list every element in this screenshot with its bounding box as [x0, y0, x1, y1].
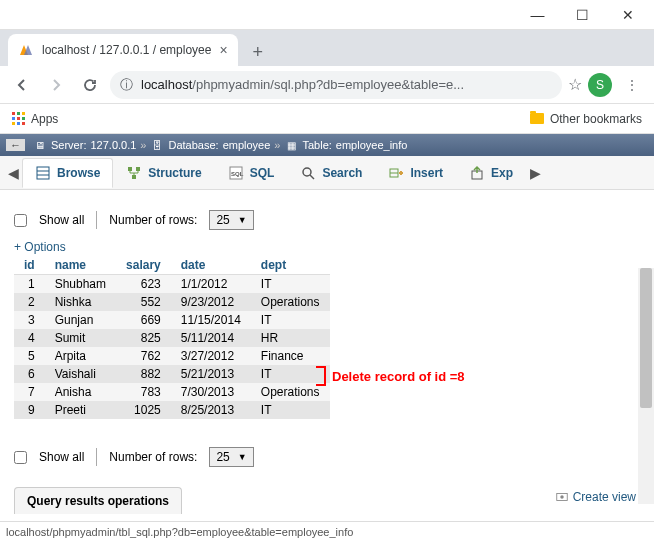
show-all-label: Show all	[39, 213, 84, 227]
insert-icon	[388, 165, 404, 181]
col-name[interactable]: name	[45, 256, 116, 275]
controls-bottom: Show all Number of rows: 25 ▼	[14, 447, 640, 467]
breadcrumb: ← 🖥 Server: 127.0.0.1 » 🗄 Database: empl…	[0, 134, 654, 156]
scrollbar-thumb[interactable]	[640, 268, 652, 408]
tab-title: localhost / 127.0.0.1 / employee	[42, 43, 211, 57]
table-row[interactable]: 6Vaishali8825/21/2013IT	[14, 365, 330, 383]
status-url: localhost/phpmyadmin/tbl_sql.php?db=empl…	[6, 526, 353, 538]
other-bookmarks[interactable]: Other bookmarks	[530, 112, 642, 126]
nav-tabs: ◀ Browse Structure SQL SQL Search Insert…	[0, 156, 654, 190]
page-body: Show all Number of rows: 25 ▼ + Options …	[0, 190, 654, 524]
num-rows-select-bottom[interactable]: 25 ▼	[209, 447, 253, 467]
table-row[interactable]: 5Arpita7623/27/2012Finance	[14, 347, 330, 365]
browser-tab-strip: localhost / 127.0.0.1 / employee × +	[0, 30, 654, 66]
delete-annotation: Delete record of id =8	[316, 366, 465, 386]
tab-scroll-right[interactable]: ▶	[526, 165, 544, 181]
svg-rect-5	[132, 175, 136, 179]
table-row[interactable]: 2Nishka5529/23/2012Operations	[14, 293, 330, 311]
tab-scroll-left[interactable]: ◀	[4, 165, 22, 181]
bracket-icon	[316, 366, 326, 386]
profile-avatar[interactable]: S	[588, 73, 612, 97]
browse-icon	[35, 165, 51, 181]
create-view-link[interactable]: Create view	[555, 490, 636, 504]
col-date[interactable]: date	[171, 256, 251, 275]
sql-icon: SQL	[228, 165, 244, 181]
close-window-button[interactable]: ✕	[605, 1, 650, 29]
table-icon: ▦	[284, 138, 298, 152]
minimize-button[interactable]: —	[515, 1, 560, 29]
table-row[interactable]: 9Preeti10258/25/2013IT	[14, 401, 330, 419]
tab-close-icon[interactable]: ×	[219, 42, 227, 58]
info-icon: ⓘ	[120, 76, 133, 94]
apps-icon	[12, 112, 25, 125]
query-results-operations: Query results operations	[14, 487, 640, 514]
tab-sql[interactable]: SQL SQL	[215, 158, 288, 188]
options-toggle[interactable]: + Options	[14, 240, 640, 254]
url-text: localhost/phpmyadmin/sql.php?db=employee…	[141, 77, 464, 92]
col-dept[interactable]: dept	[251, 256, 330, 275]
server-icon: 🖥	[33, 138, 47, 152]
num-rows-select[interactable]: 25 ▼	[209, 210, 253, 230]
vertical-scrollbar[interactable]	[638, 268, 654, 504]
breadcrumb-database[interactable]: employee	[223, 139, 271, 151]
apps-shortcut[interactable]: Apps	[12, 112, 58, 126]
chevron-down-icon: ▼	[238, 215, 247, 225]
chevron-down-icon: ▼	[238, 452, 247, 462]
page-content: ← 🖥 Server: 127.0.0.1 » 🗄 Database: empl…	[0, 134, 654, 524]
col-salary[interactable]: salary	[116, 256, 171, 275]
folder-icon	[530, 113, 544, 124]
breadcrumb-table[interactable]: employee_info	[336, 139, 408, 151]
svg-rect-4	[136, 167, 140, 171]
export-icon	[469, 165, 485, 181]
tab-search[interactable]: Search	[287, 158, 375, 188]
browser-toolbar: ⓘ localhost/phpmyadmin/sql.php?db=employ…	[0, 66, 654, 104]
svg-text:SQL: SQL	[231, 171, 244, 177]
tab-browse[interactable]: Browse	[22, 158, 113, 188]
window-title-bar: — ☐ ✕	[0, 0, 654, 30]
table-row[interactable]: 1Shubham6231/1/2012IT	[14, 275, 330, 294]
back-button[interactable]	[8, 71, 36, 99]
table-row[interactable]: 4Sumit8255/11/2014HR	[14, 329, 330, 347]
star-icon[interactable]: ☆	[568, 75, 582, 94]
phpmyadmin-favicon-icon	[18, 42, 34, 58]
query-ops-header: Query results operations	[14, 487, 182, 514]
reload-button[interactable]	[76, 71, 104, 99]
search-icon	[300, 165, 316, 181]
breadcrumb-server[interactable]: 127.0.0.1	[90, 139, 136, 151]
svg-line-9	[310, 175, 314, 179]
table-row[interactable]: 3Gunjan66911/15/2014IT	[14, 311, 330, 329]
show-all-checkbox[interactable]	[14, 214, 27, 227]
address-bar[interactable]: ⓘ localhost/phpmyadmin/sql.php?db=employ…	[110, 71, 562, 99]
tab-structure[interactable]: Structure	[113, 158, 214, 188]
svg-rect-0	[37, 167, 49, 179]
database-icon: 🗄	[150, 138, 164, 152]
controls-top: Show all Number of rows: 25 ▼	[14, 210, 640, 230]
status-bar: localhost/phpmyadmin/tbl_sql.php?db=empl…	[0, 521, 654, 541]
table-row[interactable]: 7Anisha7837/30/2013Operations	[14, 383, 330, 401]
tab-export[interactable]: Exp	[456, 158, 526, 188]
svg-point-14	[560, 495, 564, 499]
results-table: id name salary date dept 1Shubham6231/1/…	[14, 256, 330, 419]
menu-button[interactable]: ⋮	[618, 71, 646, 99]
show-all-checkbox-bottom[interactable]	[14, 451, 27, 464]
forward-button[interactable]	[42, 71, 70, 99]
maximize-button[interactable]: ☐	[560, 1, 605, 29]
view-icon	[555, 490, 569, 504]
collapse-icon[interactable]: ←	[6, 139, 25, 151]
svg-rect-3	[128, 167, 132, 171]
col-id[interactable]: id	[14, 256, 45, 275]
tab-insert[interactable]: Insert	[375, 158, 456, 188]
browser-tab[interactable]: localhost / 127.0.0.1 / employee ×	[8, 34, 238, 66]
new-tab-button[interactable]: +	[244, 38, 272, 66]
num-rows-label: Number of rows:	[109, 213, 197, 227]
structure-icon	[126, 165, 142, 181]
bookmarks-bar: Apps Other bookmarks	[0, 104, 654, 134]
svg-point-8	[303, 168, 311, 176]
